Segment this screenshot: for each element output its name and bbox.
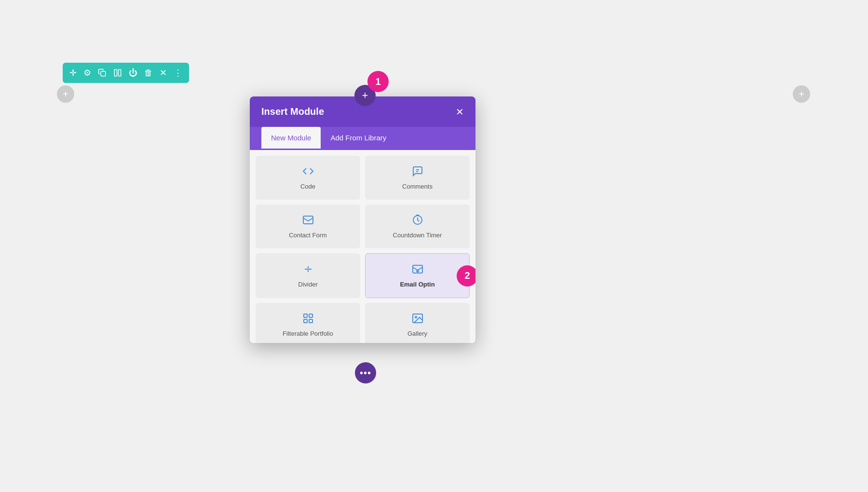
email-optin-icon <box>412 263 423 277</box>
gallery-icon <box>412 313 423 326</box>
add-column-left-button[interactable]: + <box>57 85 74 103</box>
power-icon[interactable]: ⏻ <box>129 68 137 78</box>
toolbar: ✛ ⚙ ⏻ 🗑 ✕ ⋮ <box>63 63 189 83</box>
module-label-filterable-portfolio: Filterable Portfolio <box>283 330 333 337</box>
modal-close-button[interactable]: ✕ <box>456 107 464 117</box>
comments-icon <box>412 165 423 179</box>
module-item-filterable-portfolio[interactable]: Filterable Portfolio <box>256 303 360 343</box>
svg-rect-14 <box>304 319 307 323</box>
svg-rect-12 <box>304 314 307 317</box>
trash-icon[interactable]: 🗑 <box>144 68 153 78</box>
columns-icon[interactable] <box>113 68 122 77</box>
module-item-code[interactable]: Code <box>256 156 360 200</box>
svg-rect-5 <box>303 216 313 224</box>
step-badge-2: 2 <box>457 265 475 287</box>
svg-rect-2 <box>119 69 121 76</box>
module-label-comments: Comments <box>402 183 433 190</box>
module-label-email-optin: Email Optin <box>400 281 434 288</box>
countdown-icon <box>412 214 423 228</box>
svg-rect-1 <box>114 69 117 76</box>
add-column-right-button[interactable]: + <box>793 85 810 103</box>
modal-title: Insert Module <box>261 106 324 117</box>
contact-form-icon <box>302 214 314 228</box>
svg-rect-0 <box>101 71 106 76</box>
module-label-contact-form: Contact Form <box>289 232 327 239</box>
bottom-options-button[interactable]: ••• <box>355 362 376 383</box>
module-label-code: Code <box>300 183 315 190</box>
module-label-countdown: Countdown Timer <box>393 232 442 239</box>
settings-icon[interactable]: ⚙ <box>83 68 91 78</box>
svg-point-17 <box>415 316 417 318</box>
more-icon[interactable]: ⋮ <box>174 68 182 78</box>
module-grid: Code Comments Contact Form <box>250 150 475 343</box>
module-item-comments[interactable]: Comments <box>365 156 470 200</box>
divider-icon <box>302 263 314 277</box>
close-icon[interactable]: ✕ <box>160 68 167 78</box>
duplicate-icon[interactable] <box>98 68 107 77</box>
module-item-contact-form[interactable]: Contact Form <box>256 205 360 248</box>
module-label-gallery: Gallery <box>407 330 427 337</box>
filterable-portfolio-icon <box>302 313 314 326</box>
step-badge-1: 1 <box>367 71 389 92</box>
module-item-divider[interactable]: Divider <box>256 253 360 298</box>
code-icon <box>302 165 314 179</box>
tab-add-from-library[interactable]: Add From Library <box>321 127 396 150</box>
tab-new-module[interactable]: New Module <box>261 127 321 150</box>
svg-rect-13 <box>309 314 312 317</box>
insert-module-modal: Insert Module ✕ New Module Add From Libr… <box>250 96 475 343</box>
svg-rect-15 <box>309 319 312 323</box>
module-item-email-optin[interactable]: Email Optin 2 <box>365 253 470 298</box>
modal-tabs: New Module Add From Library <box>250 127 475 150</box>
module-label-divider: Divider <box>298 281 317 288</box>
module-item-countdown[interactable]: Countdown Timer <box>365 205 470 248</box>
module-item-gallery[interactable]: Gallery <box>365 303 470 343</box>
move-icon[interactable]: ✛ <box>69 68 77 78</box>
